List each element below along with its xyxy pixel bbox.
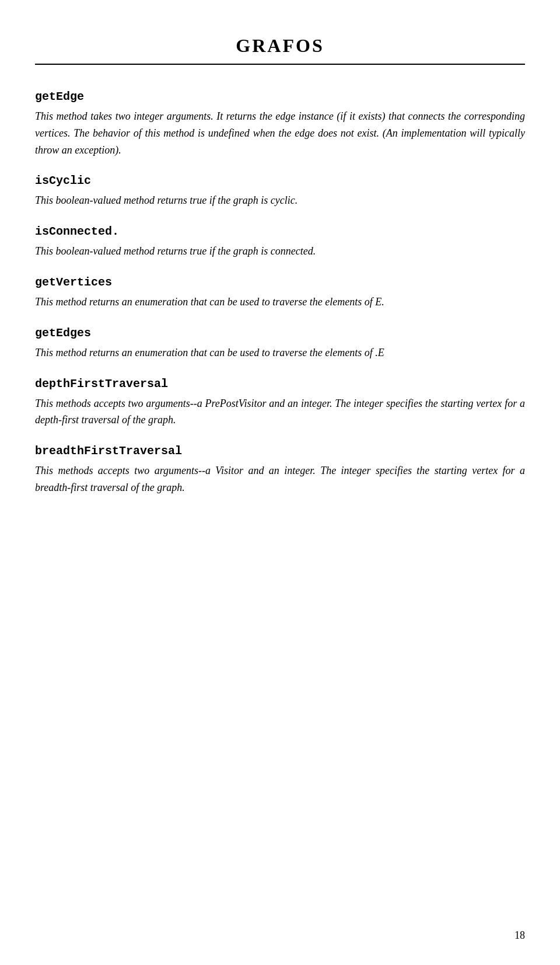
- page: Grafos getEdge This method takes two int…: [0, 0, 560, 965]
- method-name-getvertices: getVertices: [35, 274, 525, 291]
- section-breadthfirsttraversal: breadthFirstTraversal This methods accep…: [35, 443, 525, 496]
- method-desc-iscyclic: This boolean-valued method returns true …: [35, 192, 525, 209]
- method-name-breadthfirsttraversal: breadthFirstTraversal: [35, 443, 525, 460]
- method-name-getedges: getEdges: [35, 325, 525, 342]
- section-isconnected: isConnected. This boolean-valued method …: [35, 223, 525, 260]
- page-title: Grafos: [236, 35, 324, 56]
- method-name-iscyclic: isCyclic: [35, 172, 525, 190]
- content-area: getEdge This method takes two integer ar…: [35, 88, 525, 496]
- page-header: Grafos: [35, 35, 525, 65]
- section-depthfirsttraversal: depthFirstTraversal This methods accepts…: [35, 375, 525, 429]
- method-desc-isconnected: This boolean-valued method returns true …: [35, 243, 525, 260]
- method-name-isconnected: isConnected.: [35, 223, 525, 241]
- method-desc-getedge: This method takes two integer arguments.…: [35, 108, 525, 158]
- method-name-getedge: getEdge: [35, 88, 525, 106]
- page-number: 18: [514, 929, 525, 942]
- section-getedges: getEdges This method returns an enumerat…: [35, 325, 525, 361]
- section-iscyclic: isCyclic This boolean-valued method retu…: [35, 172, 525, 209]
- method-desc-getvertices: This method returns an enumeration that …: [35, 294, 525, 311]
- section-getedge: getEdge This method takes two integer ar…: [35, 88, 525, 158]
- method-name-depthfirsttraversal: depthFirstTraversal: [35, 375, 525, 393]
- method-desc-getedges: This method returns an enumeration that …: [35, 344, 525, 361]
- method-desc-depthfirsttraversal: This methods accepts two arguments--a Pr…: [35, 395, 525, 429]
- section-getvertices: getVertices This method returns an enume…: [35, 274, 525, 311]
- method-desc-breadthfirsttraversal: This methods accepts two arguments--a Vi…: [35, 462, 525, 496]
